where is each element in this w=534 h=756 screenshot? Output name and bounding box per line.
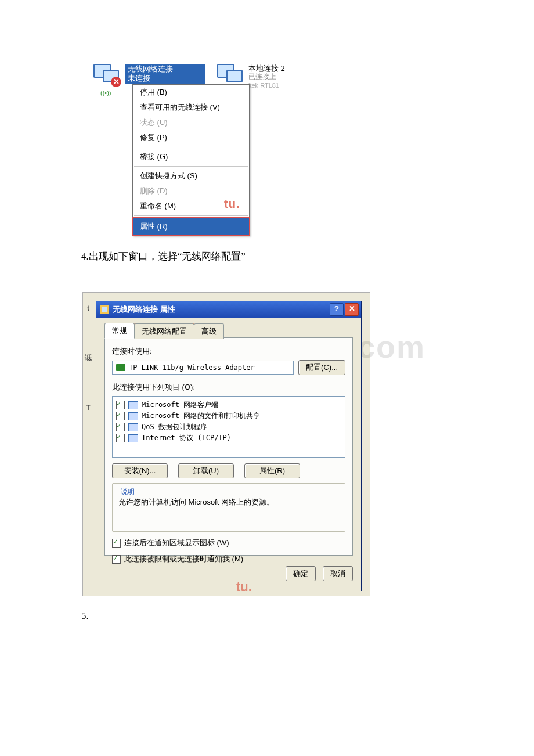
list-item[interactable]: Microsoft 网络客户端 [116, 400, 341, 410]
local-connection-label[interactable]: 本地连接 2 已连接上 ltek RTL81 [248, 64, 285, 90]
menu-status: 状态 (U) [133, 115, 249, 130]
configure-button[interactable]: 配置(C)... [298, 360, 345, 375]
cropped-text-fragments: t 诋 T [83, 301, 93, 452]
dialog-title: 无线网络连接 属性 [113, 304, 175, 315]
list-item-label: QoS 数据包计划程序 [142, 422, 207, 432]
service-icon [128, 434, 138, 442]
list-item[interactable]: Microsoft 网络的文件和打印机共享 [116, 411, 341, 421]
ok-button[interactable]: 确定 [286, 566, 316, 581]
tab-advanced[interactable]: 高级 [194, 323, 224, 339]
checkbox-icon[interactable] [116, 423, 125, 431]
install-button[interactable]: 安装(N)... [112, 463, 168, 478]
service-icon [128, 423, 138, 431]
adapter-name: TP-LINK 11b/g Wireless Adapter [129, 363, 255, 372]
context-menu: 停用 (B) 查看可用的无线连接 (V) 状态 (U) 修复 (P) 桥接 (G… [132, 84, 250, 236]
uninstall-button[interactable]: 卸载(U) [178, 463, 234, 478]
watermark-text: tu. [224, 197, 240, 211]
menu-disable[interactable]: 停用 (B) [133, 85, 249, 100]
dialog-icon [100, 305, 109, 314]
tab-wireless-config[interactable]: 无线网络配置 [134, 323, 194, 339]
help-button[interactable]: ? [330, 303, 344, 316]
list-item-label: Microsoft 网络客户端 [142, 400, 218, 410]
error-badge-icon: ✕ [111, 77, 121, 87]
connection-items-list[interactable]: Microsoft 网络客户端 Microsoft 网络的文件和打印机共享 Qo… [112, 396, 345, 458]
tab-strip: 常规 无线网络配置 高级 [104, 322, 353, 338]
adapter-field: TP-LINK 11b/g Wireless Adapter [112, 361, 294, 375]
description-legend: 说明 [118, 487, 137, 497]
menu-properties[interactable]: 属性 (R) [133, 218, 249, 235]
fragment: 诋 [83, 353, 93, 363]
wireless-connection-status: 未连接 [128, 74, 203, 83]
list-item[interactable]: Internet 协议 (TCP/IP) [116, 433, 341, 443]
list-item-label: Microsoft 网络的文件和打印机共享 [142, 411, 260, 421]
screenshot-properties-dialog: t 诋 T www.bdocx.com 无线网络连接 属性 ? ✕ 常规 无线网… [82, 292, 370, 596]
local-connection-device: ltek RTL81 [248, 81, 285, 90]
properties-dialog: 无线网络连接 属性 ? ✕ 常规 无线网络配置 高级 连接时使用: TP-L [96, 301, 362, 591]
menu-delete: 删除 (D) [133, 183, 249, 199]
menu-separator [134, 147, 248, 147]
menu-bridge[interactable]: 桥接 (G) [133, 149, 249, 164]
step-5-instruction: 5. [81, 610, 453, 622]
watermark-text: tu. [236, 579, 252, 595]
checkbox-icon[interactable] [116, 434, 125, 442]
local-connection-title: 本地连接 2 [248, 64, 285, 73]
checkbox-icon[interactable] [112, 539, 121, 548]
items-label: 此连接使用下列项目 (O): [112, 382, 345, 393]
close-button[interactable]: ✕ [345, 303, 359, 316]
show-icon-checkbox[interactable]: 连接后在通知区域显示图标 (W) [112, 538, 345, 548]
tab-panel-general: 连接时使用: TP-LINK 11b/g Wireless Adapter 配置… [104, 337, 353, 556]
checkbox-icon[interactable] [116, 401, 125, 409]
item-properties-button[interactable]: 属性(R) [244, 463, 300, 478]
checkbox-label: 连接后在通知区域显示图标 (W) [124, 538, 229, 548]
screenshot-context-menu: ✕ ((•)) 无线网络连接 未连接 本地连接 2 已连接上 ltek RTL8… [85, 64, 329, 215]
menu-separator [134, 166, 248, 167]
wireless-connection-title: 无线网络连接 [128, 64, 203, 74]
list-item[interactable]: QoS 数据包计划程序 [116, 422, 341, 432]
description-group: 说明 允许您的计算机访问 Microsoft 网络上的资源。 [112, 483, 345, 532]
fragment: t [83, 304, 93, 312]
tab-general[interactable]: 常规 [104, 323, 135, 339]
menu-view-wireless[interactable]: 查看可用的无线连接 (V) [133, 100, 249, 115]
menu-create-shortcut[interactable]: 创建快捷方式 (S) [133, 168, 249, 183]
step-4-instruction: 4.出现如下窗口，选择“无线网络配置” [81, 250, 453, 263]
fragment: T [83, 404, 93, 412]
service-icon [128, 412, 138, 420]
menu-separator [134, 215, 248, 216]
wireless-connection-label[interactable]: 无线网络连接 未连接 [125, 64, 205, 84]
dialog-titlebar[interactable]: 无线网络连接 属性 ? ✕ [96, 301, 361, 318]
checkbox-icon[interactable] [112, 555, 121, 564]
connect-using-label: 连接时使用: [112, 346, 345, 357]
checkbox-icon[interactable] [116, 412, 125, 420]
cancel-button[interactable]: 取消 [323, 566, 353, 581]
list-item-label: Internet 协议 (TCP/IP) [142, 433, 231, 443]
service-icon [128, 401, 138, 409]
checkbox-label: 此连接被限制或无连接时通知我 (M) [124, 554, 243, 564]
menu-repair[interactable]: 修复 (P) [133, 130, 249, 145]
wifi-signal-icon: ((•)) [100, 89, 111, 96]
description-text: 允许您的计算机访问 Microsoft 网络上的资源。 [118, 497, 339, 507]
nic-icon [116, 364, 125, 371]
local-connection-status: 已连接上 [248, 73, 285, 81]
